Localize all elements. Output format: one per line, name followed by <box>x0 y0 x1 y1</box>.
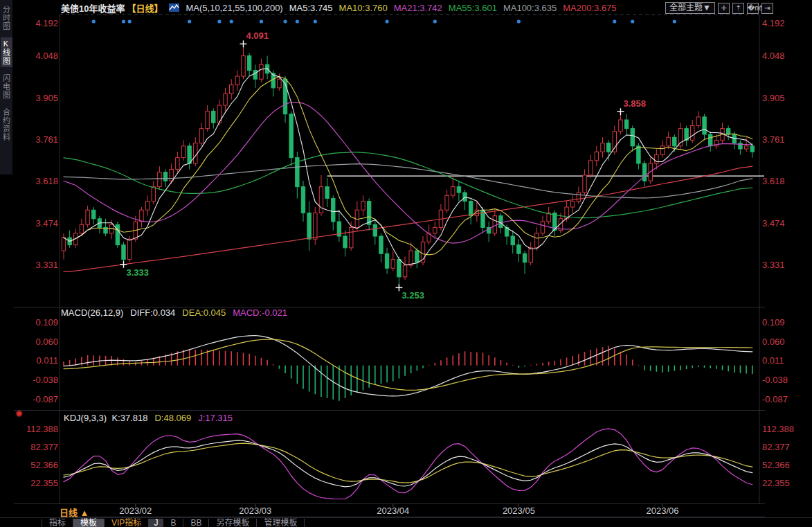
chart-type-icon[interactable] <box>169 3 179 12</box>
svg-text:-0.038: -0.038 <box>762 375 788 385</box>
chart-canvas[interactable]: 4.0913.8583.3333.2534.1924.1924.0484.048… <box>0 0 812 527</box>
ma10-value: MA10:3.760 <box>339 3 388 13</box>
svg-text:3.253: 3.253 <box>402 290 424 301</box>
ma-settings-label: MA(5,10,21,55,100,200) <box>186 3 282 13</box>
period-tag: 【日线】 <box>127 1 163 15</box>
toolbar-item-vip-indicators[interactable]: VIP指标 <box>105 519 149 527</box>
svg-text:3.331: 3.331 <box>35 260 58 270</box>
svg-text:0.109: 0.109 <box>35 317 58 328</box>
svg-text:2023/03: 2023/03 <box>239 506 271 516</box>
theme-dropdown-button[interactable]: 全部主题▼ <box>665 2 715 14</box>
svg-text:22.355: 22.355 <box>762 478 790 488</box>
kdj-d-value: D:48.069 <box>154 413 191 423</box>
kdj-j-value: J:17.315 <box>198 413 233 423</box>
macd-params-label: MACD(26,12,9) <box>61 307 123 318</box>
toolbar-item-b[interactable]: B <box>163 519 183 527</box>
svg-text:2023/02: 2023/02 <box>119 506 152 516</box>
kdj-params-and-k: KDJ(9,3,3) K:37.818 <box>64 413 147 423</box>
svg-text:3.905: 3.905 <box>35 93 58 103</box>
crosshair-move-icon[interactable]: ✛ <box>718 3 730 14</box>
svg-text:4.048: 4.048 <box>762 51 785 61</box>
y-axis-scale-icon[interactable]: ⇡ <box>732 3 744 14</box>
svg-text:52.366: 52.366 <box>762 460 790 470</box>
macd-header: MACD(26,12,9) DIFF:0.034 DEA:0.045 MACD:… <box>61 307 287 318</box>
toolbar-item-indicators[interactable]: 指标 <box>42 519 73 527</box>
detach-window-icon[interactable]: ⇥ <box>761 3 773 14</box>
sidebar-item-timeline-chart[interactable]: 分时图 <box>1 3 12 33</box>
chart-toolbar-controls: 全部主题▼ ✛ ⇡ �néz ⇥ <box>665 2 773 14</box>
svg-text:112.388: 112.388 <box>26 424 58 434</box>
kline-chart-window: 4.0913.8583.3333.2534.1924.1924.0484.048… <box>0 0 812 527</box>
svg-text:4.091: 4.091 <box>246 30 269 41</box>
svg-text:3.858: 3.858 <box>623 98 646 109</box>
svg-text:0.060: 0.060 <box>762 337 785 347</box>
ma5-value: MA5:3.745 <box>289 3 333 13</box>
svg-text:-0.038: -0.038 <box>33 375 58 385</box>
bottom-toolbar: 指标 模板 VIP指标 J B BB 另存模板 管理模板 <box>0 517 812 527</box>
candlestick-layer <box>62 44 754 287</box>
svg-text:4.048: 4.048 <box>35 51 58 61</box>
svg-text:3.331: 3.331 <box>762 260 785 270</box>
toolbar-item-j[interactable]: J <box>149 519 163 527</box>
svg-text:112.388: 112.388 <box>762 424 794 434</box>
ma200-value: MA200:3.675 <box>563 3 616 13</box>
kdj-layer <box>64 429 752 499</box>
svg-text:4.192: 4.192 <box>35 18 58 28</box>
toolbar-item-bb[interactable]: BB <box>183 519 209 527</box>
svg-text:3.333: 3.333 <box>127 267 150 278</box>
svg-text:82.377: 82.377 <box>762 442 790 452</box>
macd-dea-value: DEA:0.045 <box>182 307 226 318</box>
sidebar-item-flash-chart[interactable]: 闪电图 <box>1 72 12 101</box>
svg-text:2023/06: 2023/06 <box>647 506 679 516</box>
svg-text:3.761: 3.761 <box>762 134 785 145</box>
svg-text:82.377: 82.377 <box>30 442 58 452</box>
sidebar-item-kline-chart[interactable]: K线图 <box>1 37 12 67</box>
ma100-value: MA100:3.635 <box>503 3 557 13</box>
kdj-header: KDJ(9,3,3) K:37.818 D:48.069 J:17.315 <box>64 413 233 423</box>
grid-layer <box>14 15 765 517</box>
svg-text:3.474: 3.474 <box>35 218 58 229</box>
toolbar-item-save-template[interactable]: 另存模板 <box>209 519 257 527</box>
svg-text:-0.087: -0.087 <box>33 394 58 404</box>
svg-text:0.109: 0.109 <box>762 317 785 328</box>
svg-text:2023/05: 2023/05 <box>503 506 535 516</box>
svg-text:3.761: 3.761 <box>35 134 58 145</box>
event-dots-layer <box>92 19 676 23</box>
svg-text:3.618: 3.618 <box>762 176 785 186</box>
svg-text:3.474: 3.474 <box>762 218 785 229</box>
ma21-value: MA21:3.742 <box>394 3 442 13</box>
instrument-title: 美债10年收益率 <box>61 1 125 15</box>
svg-text:3.618: 3.618 <box>35 176 58 186</box>
ma55-value: MA55:3.601 <box>449 3 497 13</box>
macd-diff-value: DIFF:0.034 <box>130 307 175 318</box>
svg-text:52.366: 52.366 <box>30 460 58 470</box>
macd-macd-value: MACD:-0.021 <box>233 307 287 318</box>
x-axis-scale-icon[interactable]: �néz <box>747 3 759 14</box>
svg-text:4.192: 4.192 <box>762 18 785 28</box>
svg-text:2023/04: 2023/04 <box>377 506 409 516</box>
svg-text:3.905: 3.905 <box>762 93 785 103</box>
svg-text:22.355: 22.355 <box>30 478 58 488</box>
toolbar-item-manage-templates[interactable]: 管理模板 <box>257 519 305 527</box>
svg-text:0.011: 0.011 <box>762 355 784 366</box>
toolbar-item-templates[interactable]: 模板 <box>73 519 105 527</box>
indicator-flag-icon[interactable]: ✺ <box>15 409 23 419</box>
sidebar-item-contract-info[interactable]: 合约资料 <box>1 106 12 143</box>
svg-text:-0.087: -0.087 <box>762 394 788 404</box>
chart-header: 美债10年收益率【日线】 MA(5,10,21,55,100,200) MA5:… <box>61 1 617 14</box>
svg-text:0.011: 0.011 <box>36 355 58 366</box>
annotation-layer: 4.0913.8583.3333.253 <box>120 30 646 301</box>
chart-mode-sidebar: 分时图 K线图 闪电图 合约资料 <box>0 0 12 175</box>
svg-text:0.060: 0.060 <box>35 337 58 347</box>
macd-layer <box>64 336 752 401</box>
